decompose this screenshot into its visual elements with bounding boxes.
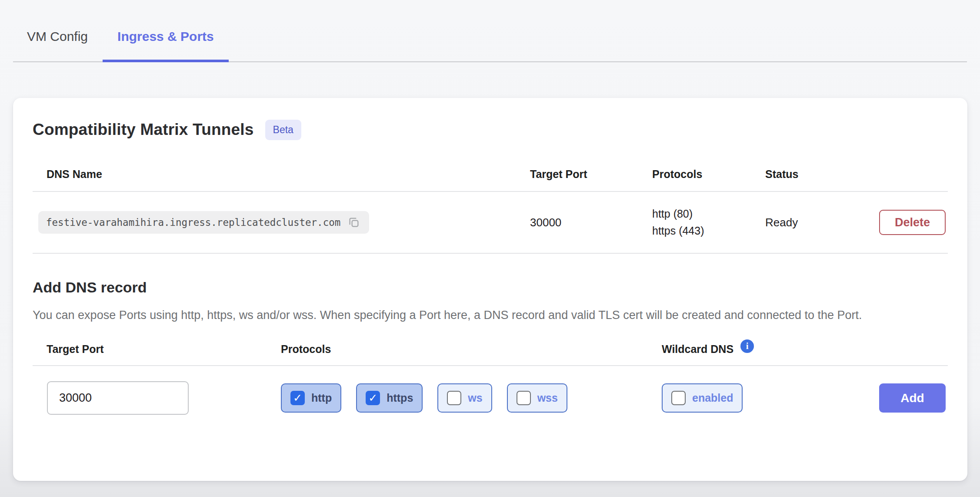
- https-label: https: [387, 392, 413, 404]
- add-form-header: Target Port Protocols Wildcard DNS i: [33, 339, 948, 366]
- wildcard-label: enabled: [692, 392, 733, 404]
- add-dns-record-description: You can expose Ports using http, https, …: [33, 306, 948, 324]
- beta-badge: Beta: [265, 120, 301, 140]
- http-label: http: [311, 392, 332, 404]
- tunnels-table-header: DNS Name Target Port Protocols Status: [33, 155, 948, 192]
- row-protocol-https: https (443): [652, 222, 765, 239]
- tunnels-card: Compatibility Matrix Tunnels Beta DNS Na…: [13, 98, 967, 481]
- col-header-dns-name: DNS Name: [33, 168, 530, 181]
- info-icon[interactable]: i: [740, 339, 754, 353]
- col-header-target-port: Target Port: [530, 168, 652, 181]
- protocol-option-http[interactable]: http: [281, 383, 341, 413]
- target-port-input[interactable]: [47, 381, 189, 415]
- protocol-options: http https ws wss: [281, 383, 662, 413]
- wildcard-enabled-option[interactable]: enabled: [662, 383, 743, 413]
- add-form-row: http https ws wss enabled Add: [33, 366, 948, 430]
- protocol-option-https[interactable]: https: [356, 383, 423, 413]
- form-header-protocols: Protocols: [281, 343, 662, 356]
- copy-icon[interactable]: [347, 216, 360, 229]
- https-checkbox[interactable]: [366, 391, 380, 405]
- form-header-target-port: Target Port: [33, 343, 281, 356]
- dns-name-text: festive-varahamihira.ingress.replicatedc…: [46, 217, 340, 228]
- wss-label: wss: [537, 392, 558, 404]
- card-title: Compatibility Matrix Tunnels: [33, 121, 254, 139]
- delete-button[interactable]: Delete: [879, 210, 946, 235]
- protocol-option-wss[interactable]: wss: [507, 383, 567, 413]
- table-row: festive-varahamihira.ingress.replicatedc…: [33, 192, 948, 254]
- tab-ingress-ports[interactable]: Ingress & Ports: [103, 11, 229, 61]
- form-header-wildcard-dns: Wildcard DNS: [662, 343, 733, 356]
- add-dns-record-title: Add DNS record: [33, 279, 948, 296]
- col-header-protocols: Protocols: [652, 168, 765, 181]
- dns-name-pill: festive-varahamihira.ingress.replicatedc…: [38, 211, 369, 234]
- wss-checkbox[interactable]: [517, 391, 531, 405]
- tab-vm-config[interactable]: VM Config: [13, 11, 103, 61]
- row-protocols: http (80) https (443): [652, 205, 765, 239]
- add-button[interactable]: Add: [879, 383, 946, 413]
- row-status: Ready: [765, 216, 870, 229]
- tab-bar: VM Config Ingress & Ports: [13, 0, 967, 62]
- wildcard-checkbox[interactable]: [671, 391, 686, 405]
- card-title-row: Compatibility Matrix Tunnels Beta: [33, 98, 948, 155]
- http-checkbox[interactable]: [290, 391, 305, 405]
- row-protocol-http: http (80): [652, 205, 765, 222]
- col-header-status: Status: [765, 168, 870, 181]
- ws-checkbox[interactable]: [447, 391, 461, 405]
- row-target-port: 30000: [530, 216, 652, 229]
- ws-label: ws: [468, 392, 482, 404]
- protocol-option-ws[interactable]: ws: [437, 383, 492, 413]
